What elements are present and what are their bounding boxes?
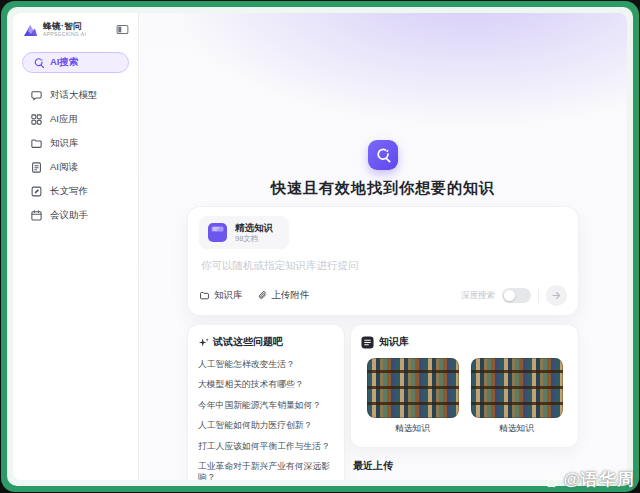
recent-uploads-title: 最近上传 xyxy=(353,459,576,473)
sidebar-item-ai-apps[interactable]: AI应用 xyxy=(22,107,129,131)
question-item[interactable]: 打工人应该如何平衡工作与生活？ xyxy=(198,441,334,452)
screen: 蜂镜·智问 APPSGCKING.AI AI搜索 xyxy=(0,0,640,493)
sidebar-nav: 对话大模型 AI应用 知识库 xyxy=(22,83,129,227)
divider xyxy=(538,289,539,303)
suggested-questions-header: 试试这些问题吧 xyxy=(198,335,334,349)
suggested-questions-panel: 试试这些问题吧 人工智能怎样改变生活？ 大模型相关的技术有哪些？ 今年中国新能源… xyxy=(188,325,344,480)
writing-icon xyxy=(30,185,43,198)
question-item[interactable]: 今年中国新能源汽车销量如何？ xyxy=(198,400,334,411)
knowledge-base-panel: 知识库 精选知识 精选知识 xyxy=(351,325,578,447)
main-content: 快速且有效地找到你想要的知识 精选知识 98文档 xyxy=(139,13,627,480)
folder-icon xyxy=(199,290,210,301)
question-item[interactable]: 大模型相关的技术有哪些？ xyxy=(198,379,334,390)
logo-icon xyxy=(22,22,39,39)
question-item[interactable]: 人工智能怎样改变生活？ xyxy=(198,359,334,370)
ai-search-icon xyxy=(33,57,45,69)
knowledge-chip[interactable]: 精选知识 98文档 xyxy=(199,216,289,249)
knowledge-base-button[interactable]: 知识库 xyxy=(199,289,243,302)
knowledge-chip-title: 精选知识 xyxy=(235,222,273,233)
suggested-questions-title: 试试这些问题吧 xyxy=(213,335,283,349)
search-input[interactable]: 你可以随机或指定知识库进行提问 xyxy=(201,259,565,273)
logo-title: 蜂镜·智问 xyxy=(43,22,116,31)
sidebar: 蜂镜·智问 APPSGCKING.AI AI搜索 xyxy=(13,13,139,480)
knowledge-card[interactable]: 精选知识 xyxy=(367,358,459,435)
deep-search-toggle[interactable] xyxy=(502,288,531,303)
sidebar-item-knowledge-base[interactable]: 知识库 xyxy=(22,131,129,155)
sidebar-item-meeting-assistant[interactable]: 会议助手 xyxy=(22,203,129,227)
bookshelf-image xyxy=(367,358,459,418)
knowledge-base-title: 知识库 xyxy=(379,335,409,349)
knowledge-base-header: 知识库 xyxy=(361,335,568,349)
logo: 蜂镜·智问 APPSGCKING.AI xyxy=(22,22,129,39)
sidebar-collapse-icon[interactable] xyxy=(116,23,129,36)
reading-icon xyxy=(30,161,43,174)
bookshelf-image xyxy=(471,358,563,418)
arrow-right-icon xyxy=(551,290,562,301)
knowledge-card-caption: 精选知识 xyxy=(367,423,459,435)
meeting-icon xyxy=(30,209,43,222)
sidebar-item-chat-llm[interactable]: 对话大模型 xyxy=(22,83,129,107)
search-actions: 知识库 上传附件 深度搜索 xyxy=(199,285,567,306)
knowledge-column: 知识库 精选知识 精选知识 xyxy=(351,325,578,480)
upload-attachment-label: 上传附件 xyxy=(272,289,310,302)
sidebar-item-ai-search[interactable]: AI搜索 xyxy=(22,52,129,73)
apps-grid-icon xyxy=(30,113,43,126)
lower-panels: 试试这些问题吧 人工智能怎样改变生活？ 大模型相关的技术有哪些？ 今年中国新能源… xyxy=(188,325,578,480)
sidebar-item-label: AI阅读 xyxy=(50,161,78,174)
knowledge-chip-icon xyxy=(207,222,228,243)
knowledge-base-icon xyxy=(30,137,43,150)
knowledge-card[interactable]: 精选知识 xyxy=(471,358,563,435)
sidebar-item-long-writing[interactable]: 长文写作 xyxy=(22,179,129,203)
sidebar-item-ai-reading[interactable]: AI阅读 xyxy=(22,155,129,179)
knowledge-cards: 精选知识 精选知识 xyxy=(361,358,568,435)
upload-attachment-button[interactable]: 上传附件 xyxy=(257,289,310,302)
deep-search-label: 深度搜索 xyxy=(461,290,495,302)
sidebar-item-label: AI应用 xyxy=(50,113,78,126)
knowledge-base-button-label: 知识库 xyxy=(214,289,243,302)
logo-text: 蜂镜·智问 APPSGCKING.AI xyxy=(43,22,116,38)
toggle-knob xyxy=(504,290,515,301)
sidebar-item-label: 对话大模型 xyxy=(50,89,98,102)
knowledge-card-caption: 精选知识 xyxy=(471,423,563,435)
sidebar-item-label: AI搜索 xyxy=(50,56,79,69)
recent-uploads-section: 最近上传 目前暂无新上传的文件，点击 去创建 xyxy=(351,459,578,480)
sidebar-item-label: 长文写作 xyxy=(50,185,88,198)
book-icon xyxy=(361,336,374,349)
page-title: 快速且有效地找到你想要的知识 xyxy=(271,179,495,198)
app-window: 蜂镜·智问 APPSGCKING.AI AI搜索 xyxy=(13,13,627,480)
knowledge-chip-subtitle: 98文档 xyxy=(235,234,273,243)
paperclip-icon xyxy=(257,290,268,301)
hero-search-icon xyxy=(368,140,398,170)
knowledge-chip-text: 精选知识 98文档 xyxy=(235,222,273,243)
chat-icon xyxy=(30,89,43,102)
search-card: 精选知识 98文档 你可以随机或指定知识库进行提问 知识库 xyxy=(188,207,578,315)
search-right-actions: 深度搜索 xyxy=(461,285,567,306)
sidebar-item-label: 会议助手 xyxy=(50,209,88,222)
sidebar-item-label: 知识库 xyxy=(50,137,79,150)
logo-subtitle: APPSGCKING.AI xyxy=(43,32,116,38)
question-item[interactable]: 工业革命对于新兴产业有何深远影响？ xyxy=(198,461,334,480)
sparkle-icon xyxy=(198,337,209,348)
send-button[interactable] xyxy=(546,285,567,306)
question-item[interactable]: 人工智能如何助力医疗创新？ xyxy=(198,420,334,431)
